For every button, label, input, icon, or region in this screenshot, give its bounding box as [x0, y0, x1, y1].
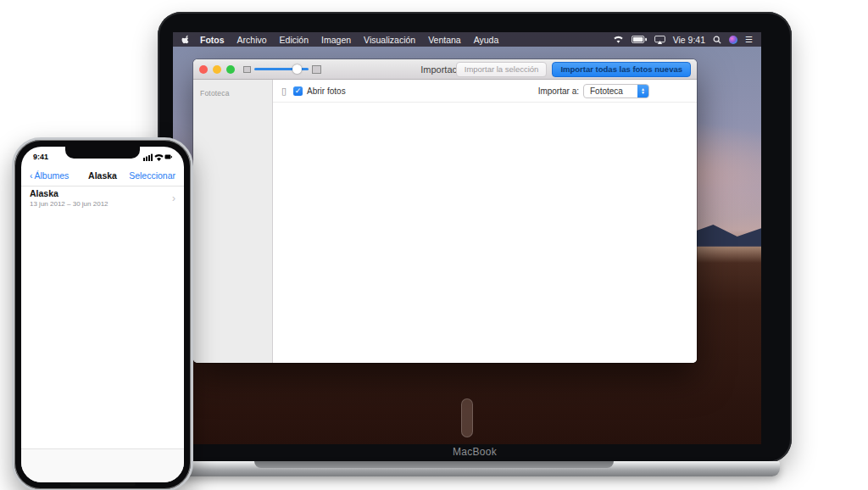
iphone-notch	[65, 147, 140, 159]
apple-logo-icon[interactable]	[181, 35, 190, 45]
menu-item-visualización[interactable]: Visualización	[364, 35, 415, 45]
album-nav-title: Alaska	[82, 170, 123, 181]
zoom-in-thumbnails-icon	[312, 65, 321, 74]
wifi-icon[interactable]	[613, 36, 624, 44]
zoom-window-button[interactable]	[226, 65, 235, 74]
back-to-albums-button[interactable]: ‹ Álbumes	[30, 170, 82, 181]
import-selection-button[interactable]: Importar la selección	[456, 62, 548, 77]
photos-sidebar: Fototeca	[193, 80, 273, 363]
macbook-screen: FotosArchivoEdiciónImagenVisualizaciónVe…	[173, 32, 761, 444]
spotlight-search-icon[interactable]	[713, 36, 721, 44]
import-photo-grid	[273, 103, 697, 136]
sidebar-section-fototeca[interactable]: Fototeca	[193, 86, 272, 99]
menu-item-fotos[interactable]: Fotos	[200, 35, 225, 45]
dock	[461, 398, 473, 437]
open-photos-label: Abrir fotos	[307, 86, 346, 96]
album-date-range: 13 jun 2012 – 30 jun 2012	[30, 199, 108, 209]
titlebar-buttons: Importar la selección Importar todas las…	[456, 62, 691, 77]
iphone-photo-grid	[21, 210, 184, 448]
close-window-button[interactable]	[199, 65, 208, 74]
iphone-screen: 9:41 ‹ Álbumes Alaska Seleccionar Alaska…	[21, 147, 184, 482]
menu-items: FotosArchivoEdiciónImagenVisualizaciónVe…	[200, 35, 498, 45]
album-chevron-icon: ›	[172, 192, 175, 204]
menu-item-ayuda[interactable]: Ayuda	[474, 35, 499, 45]
menu-clock[interactable]: Vie 9:41	[673, 35, 705, 45]
import-all-button[interactable]: Importar todas las fotos nuevas	[552, 62, 691, 77]
import-toolbar: ▯ ✓ Abrir fotos Importar a: Fototeca ▲▼	[273, 80, 697, 103]
zoom-out-thumbnails-icon	[243, 66, 251, 73]
iphone-device-icon: ▯	[281, 86, 287, 97]
traffic-lights	[199, 65, 235, 74]
album-title: Alaska	[30, 189, 108, 198]
notification-center-icon[interactable]: ☰	[745, 36, 753, 44]
photos-import-window: Importación Importar la selección Import…	[193, 59, 697, 363]
screenshot-stage: MacBook FotosArchivoEdiciónImagenVisuali…	[0, 0, 868, 490]
import-photo-grid-wrap	[273, 103, 697, 363]
zoom-slider-track[interactable]	[254, 68, 309, 70]
home-indicator	[70, 482, 136, 486]
import-content: ▯ ✓ Abrir fotos Importar a: Fototeca ▲▼	[273, 80, 697, 363]
iphone-status-icons	[143, 153, 172, 161]
zoom-slider-knob[interactable]	[292, 64, 302, 74]
iphone-device: 9:41 ‹ Álbumes Alaska Seleccionar Alaska…	[12, 137, 193, 490]
iphone-tab-bar	[21, 448, 184, 482]
menu-status-area: Vie 9:41 ☰	[613, 35, 753, 45]
import-to-value: Fototeca	[584, 85, 637, 97]
back-chevron-icon: ‹	[30, 170, 33, 181]
import-to-select[interactable]: Fototeca ▲▼	[583, 84, 649, 98]
menu-item-ventana[interactable]: Ventana	[428, 35, 461, 45]
select-stepper-icon: ▲▼	[637, 85, 648, 97]
battery-icon[interactable]	[632, 36, 647, 43]
menu-item-edición[interactable]: Edición	[280, 35, 309, 45]
siri-menu-icon[interactable]	[729, 36, 737, 44]
iphone-clock: 9:41	[33, 153, 48, 161]
album-header-row[interactable]: Alaska 13 jun 2012 – 30 jun 2012 ›	[21, 187, 184, 210]
import-to-label: Importar a:	[538, 86, 579, 96]
menu-bar: FotosArchivoEdiciónImagenVisualizaciónVe…	[173, 32, 761, 47]
menu-item-imagen[interactable]: Imagen	[321, 35, 351, 45]
macbook-label: MacBook	[158, 446, 792, 458]
select-button[interactable]: Seleccionar	[123, 170, 175, 181]
window-titlebar[interactable]: Importación Importar la selección Import…	[193, 59, 697, 80]
import-to-group: Importar a: Fototeca ▲▼	[538, 84, 649, 98]
minimize-window-button[interactable]	[213, 65, 221, 74]
thumbnail-zoom-slider[interactable]	[243, 65, 321, 74]
menu-item-archivo[interactable]: Archivo	[237, 35, 267, 45]
iphone-nav-bar: ‹ Álbumes Alaska Seleccionar	[21, 165, 184, 187]
open-photos-checkbox[interactable]: ✓	[293, 86, 303, 96]
airplay-display-icon[interactable]	[654, 36, 665, 44]
